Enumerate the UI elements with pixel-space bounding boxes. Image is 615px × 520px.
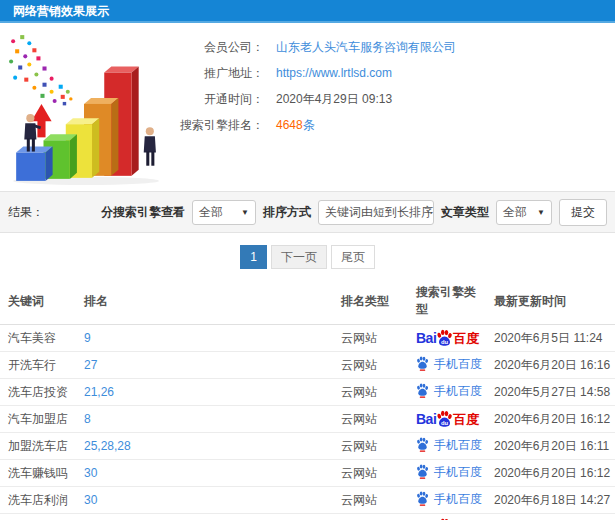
svg-text:du: du — [441, 338, 449, 344]
company-info-list: 会员公司：山东老人头汽车服务咨询有限公司推广地址：https://www.lrt… — [168, 23, 615, 191]
chevron-down-icon: ▼ — [241, 208, 249, 217]
rank-link[interactable]: 25,28,28 — [80, 433, 337, 460]
baidu-mobile-paw-icon — [416, 437, 434, 452]
info-label: 开通时间： — [168, 90, 264, 108]
result-label: 结果： — [8, 204, 44, 221]
baidu-logo-bai-text: Bai — [416, 331, 436, 345]
table-row: 汽车加盟店8云网站Baidu百度2020年6月20日 16:12 — [0, 406, 615, 433]
page-title: 网络营销效果展示 — [13, 4, 109, 18]
table-header-row: 关键词排名排名类型搜索引擎类型最新更新时间 — [0, 280, 615, 325]
updated-time-cell: 2020年6月20日 16:12 — [490, 406, 615, 433]
article-type-value: 全部 — [503, 204, 527, 221]
info-value[interactable]: https://www.lrtlsd.com — [276, 64, 392, 82]
baidu-mobile-label: 手机百度 — [434, 439, 482, 451]
info-label: 推广地址： — [168, 64, 264, 82]
updated-time-cell: 2020年6月18日 14:30 — [490, 514, 615, 520]
last-page-button[interactable]: 尾页 — [331, 245, 375, 269]
next-page-button[interactable]: 下一页 — [271, 245, 327, 269]
info-value-suffix: 条 — [303, 116, 315, 134]
column-header-5: 最新更新时间 — [490, 280, 615, 325]
baidu-pc-logo: Baidu百度 — [416, 329, 479, 348]
column-header-4: 搜索引擎类型 — [412, 280, 490, 325]
keyword-cell: 汽车加盟店 — [0, 406, 80, 433]
sort-filter-label: 排序方式 — [263, 204, 311, 221]
rank-type-cell: 云网站 — [337, 325, 412, 352]
updated-time-cell: 2020年6月20日 16:12 — [490, 460, 615, 487]
keyword-cell: 开洗车行 — [0, 352, 80, 379]
engine-type-cell: Baidu百度 — [412, 514, 490, 520]
column-header-3: 排名类型 — [337, 280, 412, 325]
updated-time-cell: 2020年6月5日 11:24 — [490, 325, 615, 352]
rank-type-cell: 云网站 — [337, 460, 412, 487]
keyword-cell: 洗车店利润 — [0, 487, 80, 514]
updated-time-cell: 2020年6月20日 16:11 — [490, 433, 615, 460]
keyword-cell: 汽车美容 — [0, 325, 80, 352]
updated-time-cell: 2020年5月27日 14:58 — [490, 379, 615, 406]
submit-button[interactable]: 提交 — [559, 199, 607, 226]
baidu-logo-cn-text: 百度 — [453, 413, 479, 426]
company-info-section: 会员公司：山东老人头汽车服务咨询有限公司推广地址：https://www.lrt… — [0, 23, 615, 191]
bar-chart-illustration-image — [0, 27, 168, 189]
engine-type-cell: Baidu百度 — [412, 325, 490, 352]
rank-type-cell: 云网站 — [337, 433, 412, 460]
baidu-mobile-logo: 手机百度 — [416, 383, 482, 398]
baidu-mobile-logo: 手机百度 — [416, 491, 482, 506]
rank-link[interactable]: 21,26 — [80, 379, 337, 406]
chevron-down-icon: ▼ — [537, 208, 545, 217]
baidu-mobile-logo: 手机百度 — [416, 437, 482, 452]
rank-link[interactable]: 9 — [80, 325, 337, 352]
table-row: 开洗车行27云网站手机百度2020年6月20日 16:16 — [0, 352, 615, 379]
article-type-label: 文章类型 — [441, 204, 489, 221]
engine-type-cell: 手机百度 — [412, 460, 490, 487]
rank-link[interactable]: 8 — [80, 406, 337, 433]
rank-type-cell: 云网站 — [337, 514, 412, 520]
baidu-mobile-paw-icon — [416, 464, 434, 479]
sort-filter-select[interactable]: 关键词由短到长排序 ▼ — [318, 200, 434, 225]
engine-type-cell: 手机百度 — [412, 352, 490, 379]
keyword-cell: 加盟洗车店 — [0, 433, 80, 460]
article-type-select[interactable]: 全部 ▼ — [496, 200, 552, 225]
keyword-cell: 洗车店加盟 — [0, 514, 80, 520]
pagination: 1 下一页 尾页 — [0, 245, 615, 269]
baidu-mobile-logo: 手机百度 — [416, 356, 482, 371]
rank-type-cell: 云网站 — [337, 352, 412, 379]
keyword-cell: 洗车店投资 — [0, 379, 80, 406]
page: 网络营销效果展示 — [0, 0, 615, 520]
baidu-mobile-label: 手机百度 — [434, 358, 482, 370]
info-value[interactable]: 山东老人头汽车服务咨询有限公司 — [276, 38, 456, 56]
keyword-rank-table: 关键词排名排名类型搜索引擎类型最新更新时间 汽车美容9云网站Baidu百度202… — [0, 280, 615, 520]
table-row: 加盟洗车店25,28,28云网站手机百度2020年6月20日 16:11 — [0, 433, 615, 460]
rank-link[interactable]: 30 — [80, 460, 337, 487]
confetti-dots — [9, 35, 72, 105]
rank-link[interactable]: 3 — [80, 514, 337, 520]
businessman-right — [144, 127, 156, 165]
rank-type-cell: 云网站 — [337, 406, 412, 433]
table-row: 洗车赚钱吗30云网站手机百度2020年6月20日 16:12 — [0, 460, 615, 487]
info-label: 搜索引擎排名： — [168, 116, 264, 134]
engine-type-cell: Baidu百度 — [412, 406, 490, 433]
column-header-1: 关键词 — [0, 280, 80, 325]
engine-type-cell: 手机百度 — [412, 379, 490, 406]
table-row: 洗车店加盟3云网站Baidu百度2020年6月18日 14:30 — [0, 514, 615, 520]
table-row: 洗车店投资21,26云网站手机百度2020年5月27日 14:58 — [0, 379, 615, 406]
baidu-mobile-logo: 手机百度 — [416, 464, 482, 479]
info-row: 开通时间：2020年4月29日 09:13 — [168, 90, 615, 108]
info-row: 会员公司：山东老人头汽车服务咨询有限公司 — [168, 38, 615, 56]
baidu-paw-icon: du — [436, 329, 453, 348]
engine-type-cell: 手机百度 — [412, 487, 490, 514]
page-1-button[interactable]: 1 — [240, 245, 267, 269]
rank-link[interactable]: 27 — [80, 352, 337, 379]
baidu-mobile-paw-icon — [416, 356, 434, 371]
engine-filter-select[interactable]: 全部 ▼ — [192, 200, 256, 225]
updated-time-cell: 2020年6月18日 14:27 — [490, 487, 615, 514]
baidu-logo-bai-text: Bai — [416, 412, 436, 426]
page-header: 网络营销效果展示 — [0, 0, 615, 23]
baidu-mobile-paw-icon — [416, 491, 434, 506]
keyword-cell: 洗车赚钱吗 — [0, 460, 80, 487]
rank-link[interactable]: 30 — [80, 487, 337, 514]
svg-text:du: du — [441, 419, 449, 425]
info-value: 2020年4月29日 09:13 — [276, 90, 392, 108]
filter-controls: 分搜索引擎查看 全部 ▼ 排序方式 关键词由短到长排序 ▼ 文章类型 全部 ▼ … — [101, 199, 607, 226]
rank-type-cell: 云网站 — [337, 487, 412, 514]
column-header-2: 排名 — [80, 280, 337, 325]
